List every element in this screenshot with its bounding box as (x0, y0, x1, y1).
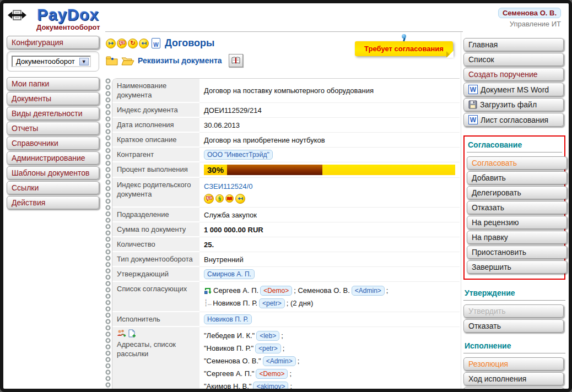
field-value: 30.06.2013 (204, 121, 455, 130)
sidebar-item-5[interactable]: Администрирование (7, 151, 99, 165)
comment-icon[interactable] (204, 194, 214, 204)
user-login-tag[interactable]: <petr> (259, 298, 285, 308)
section0-button-3[interactable]: Отказать (467, 201, 567, 214)
arrow-out-icon[interactable]: ↦ (106, 39, 116, 48)
field-value: 25. (204, 240, 455, 249)
workflow-icon[interactable] (204, 287, 212, 295)
section2-button-1[interactable]: Ход исполнения (463, 372, 564, 385)
field-label: Тип документооборота (112, 252, 199, 267)
sidebar-item-3[interactable]: Отчеты (7, 122, 99, 135)
sidebar-item-7[interactable]: Ссылки (7, 181, 99, 194)
sidebar-item-6[interactable]: Шаблоны документов (7, 166, 99, 179)
spiral-binding (104, 78, 112, 389)
field-row: Исполнитель Новиков П. Р. (112, 312, 460, 327)
field-row: Утверждающий Смирнов А. П. (112, 267, 460, 282)
value-text: "Лебедев И. К." (204, 331, 255, 340)
field-label: Наименование документа (112, 79, 199, 103)
action-button-1[interactable]: Список (463, 53, 564, 66)
user-login-tag[interactable]: <akimov> (253, 382, 288, 389)
field-value: Служба закупок (204, 210, 455, 220)
book-icon[interactable] (225, 194, 234, 203)
value-text: ; (298, 356, 300, 366)
field-label: Дата исполнения (112, 118, 199, 133)
main-content: ↦↻↤W Договоры (102, 32, 461, 389)
field-value-tag[interactable]: Смирнов А. П. (204, 269, 255, 279)
app-window: PayDox Документооборот Семенова О. В. Уп… (0, 0, 572, 392)
configuration-select[interactable]: Документооборот ▼ (12, 56, 91, 67)
value-text: ; Семенова О. В. (294, 286, 350, 295)
field-label: Исполнитель (112, 312, 199, 327)
field-label: Краткое описание (112, 133, 199, 148)
field-value-tag[interactable]: Новиков П. Р. (204, 314, 252, 324)
user-login-tag[interactable]: <petr> (255, 344, 281, 353)
user-login-tag[interactable]: <Admin> (263, 356, 296, 366)
sidebar-item-0[interactable]: Мои папки (7, 77, 99, 90)
field-row: Краткое описание Договор на приобретение… (112, 133, 460, 148)
field-label: Список согласующих (112, 282, 199, 312)
section2-button-2[interactable]: Статус «Отменено» (463, 387, 564, 392)
sidebar-item-4[interactable]: Справочники (7, 137, 99, 150)
action-button-0[interactable]: Главная (463, 38, 564, 51)
section-1: Утверждение УтвердитьОтказать (463, 287, 565, 333)
value-text: Сергеев А. П. (213, 286, 258, 295)
section0-button-0[interactable]: Согласовать (467, 156, 567, 170)
section0-button-6[interactable]: Приостановить (467, 246, 567, 259)
app-logo[interactable]: PayDox (36, 7, 100, 23)
section2-button-0[interactable]: Резолюция (463, 357, 564, 371)
journal-button[interactable] (229, 54, 243, 67)
section0-button-1[interactable]: Добавить (467, 171, 567, 184)
folder-add-icon[interactable] (106, 56, 118, 66)
action-button-5[interactable]: WЛист согласования (463, 113, 564, 127)
user-login-tag[interactable]: <Demo> (256, 369, 288, 379)
action-button-4[interactable]: Загрузить файл (463, 98, 564, 111)
collapse-sidebar-icon[interactable] (8, 9, 26, 24)
action-button-2[interactable]: Создать поручение (463, 68, 564, 81)
section0-button-4[interactable]: На рецензию (467, 216, 567, 229)
section1-button-0[interactable]: Утвердить (463, 304, 564, 318)
paragraph-icon[interactable]: § (215, 194, 224, 203)
value-text: ; (283, 344, 285, 353)
field-row: Адресаты, список рассылки "Лебедев И. К.… (112, 327, 460, 389)
field-label: Количество (112, 237, 199, 252)
action-button-3[interactable]: WДокумент MS Word (463, 83, 564, 96)
sidebar-item-1[interactable]: Документы (7, 92, 99, 105)
user-login-tag[interactable]: <Demo> (260, 286, 292, 296)
section-title: Согласование (467, 139, 562, 153)
value-text: Новиков П. Р. (213, 298, 257, 308)
current-user-link[interactable]: Семенова О. В. (498, 8, 561, 18)
config-box: Документооборот ▼ (7, 51, 99, 72)
chevron-down-icon[interactable]: ▼ (79, 58, 89, 66)
field-label: Индекс родительского документа (112, 178, 199, 208)
sidebar-item-8[interactable]: Действия (7, 196, 99, 209)
section0-button-5[interactable]: На правку (467, 231, 567, 244)
field-value: ДОЕИ112529/214 (204, 106, 455, 115)
word-doc-icon[interactable]: W (152, 38, 160, 48)
people-add-icon[interactable] (117, 329, 126, 337)
doc-add-icon[interactable] (128, 329, 136, 338)
user-login-tag[interactable]: <leb> (256, 331, 279, 341)
field-value-tag[interactable]: ООО "ИнвестТрэйд" (204, 150, 273, 160)
config-header-button[interactable]: Конфигурация (7, 36, 99, 49)
parent-document-link[interactable]: СЗЕИ112524/0 (204, 182, 252, 191)
field-value: Внутренний (204, 255, 455, 264)
field-row: Подразделение Служба закупок (112, 208, 460, 222)
field-row: Список согласующих Сергеев А. П.<Demo>; … (112, 282, 460, 312)
folder-open-icon[interactable] (121, 56, 134, 66)
section0-button-2[interactable]: Делегировать (467, 186, 567, 199)
arrow-in-icon[interactable]: ↤ (139, 39, 149, 48)
field-value: 1 000 000.00 RUR (204, 225, 455, 235)
top-bar: PayDox Документооборот Семенова О. В. Уп… (3, 3, 569, 32)
section1-button-1[interactable]: Отказать (463, 319, 564, 333)
value-text: "Новиков П. Р." (204, 344, 253, 353)
word-icon[interactable]: W (468, 115, 478, 124)
arrow-in-icon[interactable]: ↤ (235, 194, 245, 204)
user-login-tag[interactable]: <Admin> (352, 286, 385, 296)
comment-icon[interactable] (117, 39, 127, 48)
word-icon[interactable]: W (468, 85, 478, 94)
field-row: Тип документооборота Внутренний (112, 252, 460, 267)
sidebar-item-2[interactable]: Виды деятельности (7, 107, 99, 120)
value-text: "Сергеев А. П." (204, 369, 254, 378)
section0-button-7[interactable]: Завершить (467, 260, 567, 274)
refresh-icon[interactable]: ↻ (128, 39, 138, 48)
save-icon[interactable] (468, 100, 477, 109)
